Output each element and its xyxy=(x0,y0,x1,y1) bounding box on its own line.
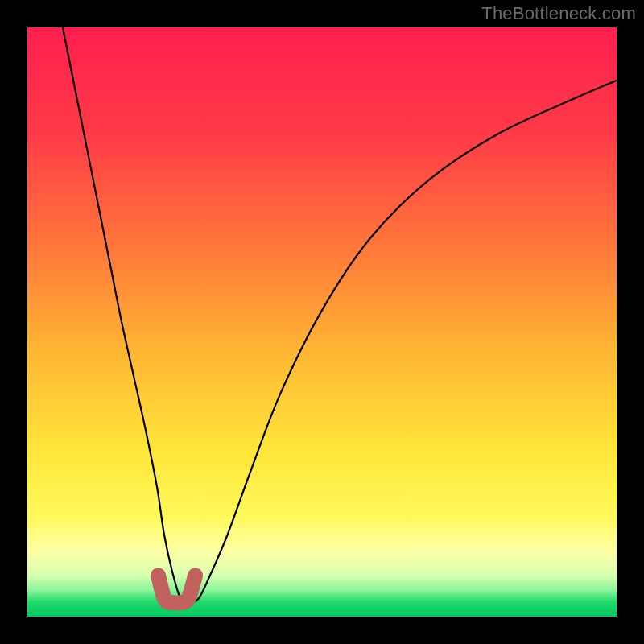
watermark-label: TheBottleneck.com xyxy=(481,3,636,24)
plot-area xyxy=(27,27,617,617)
svg-point-1 xyxy=(188,568,203,583)
chart-frame: TheBottleneck.com xyxy=(0,0,644,644)
gradient-background xyxy=(27,27,617,617)
chart-svg xyxy=(27,27,617,617)
svg-point-0 xyxy=(151,568,166,583)
